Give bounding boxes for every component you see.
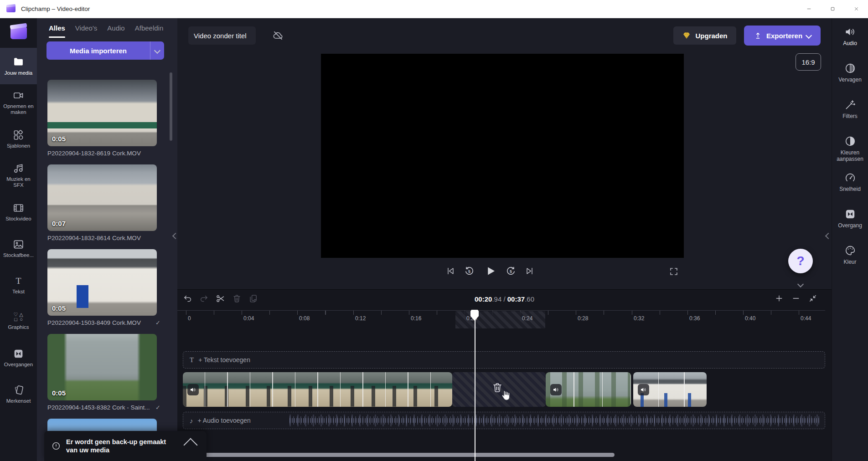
media-list-scrollbar[interactable] — [170, 72, 172, 141]
media-list: 0:05 P20220904-1832-8619 Cork.MOV 0:07 P… — [37, 80, 177, 461]
shapes-icon: ♡△□○ — [13, 312, 24, 322]
duration-badge: 0:05 — [52, 135, 66, 143]
tool-kleuren-aanpassen[interactable]: Kleuren aanpassen — [832, 132, 868, 168]
clip-audio-toggle[interactable] — [187, 384, 199, 395]
clip-audio-toggle[interactable] — [638, 384, 649, 395]
tab-afbeeldingen[interactable]: Afbeeldin — [135, 24, 164, 38]
tab-audio[interactable]: Audio — [107, 24, 124, 38]
clipchamp-clapperboard-icon — [10, 26, 27, 39]
tool-filters[interactable]: Filters — [832, 95, 868, 132]
tool-overgang[interactable]: Overgang — [832, 205, 868, 241]
stock-image-icon — [13, 239, 24, 250]
media-filename: P20220904-1503-8409 Cork.MOV — [47, 319, 153, 326]
help-collapse-button[interactable] — [796, 278, 805, 290]
cloud-off-icon — [272, 30, 284, 41]
add-text-track[interactable]: T + Tekst toevoegen — [183, 351, 825, 369]
sidebar-item-stockafbeeldingen[interactable]: Stockafbee... — [0, 230, 37, 266]
tool-label: Kleuren aanpassen — [832, 149, 868, 162]
sidebar-item-label: Stockafbee... — [2, 252, 35, 258]
ruler-label: 0 — [188, 315, 191, 322]
fullscreen-button[interactable] — [669, 266, 679, 277]
timeline-horizontal-scrollbar[interactable] — [177, 453, 615, 457]
video-preview[interactable] — [321, 54, 684, 258]
play-button[interactable] — [483, 264, 497, 278]
blur-icon — [844, 62, 856, 74]
add-audio-track[interactable]: ♪ + Audio toevoegen — [183, 412, 825, 429]
notification-collapse-button[interactable] — [179, 437, 198, 455]
sidebar-item-merkenset[interactable]: Merkenset — [0, 376, 37, 412]
ruler-label: 0:32 — [634, 315, 644, 322]
sidebar-item-overgangen[interactable]: Overgangen — [0, 339, 37, 376]
skip-to-start-button[interactable] — [445, 266, 455, 276]
transport-controls: 5 5 — [445, 264, 535, 278]
media-tabs: Alles Video's Audio Afbeeldin — [37, 18, 186, 38]
in-timeline-check-icon: ✓ — [155, 404, 160, 411]
media-item[interactable]: 0:05 P20220904-1832-8619 Cork.MOV — [47, 80, 160, 157]
media-thumbnail: 0:05 — [47, 249, 157, 316]
ruler-label: 0:40 — [745, 315, 755, 322]
close-button[interactable] — [844, 0, 868, 18]
timeline-ruler[interactable]: 0 0:04 0:08 0:12 0:16 0:20 0:24 0:28 0:3… — [177, 310, 825, 329]
tab-videos[interactable]: Video's — [75, 24, 97, 38]
sidebar-item-jouw-media[interactable]: Jouw media — [0, 48, 37, 84]
ruler-label: 0:04 — [243, 315, 254, 322]
tool-kleur[interactable]: Kleur — [832, 241, 868, 277]
duration-badge: 0:07 — [52, 220, 66, 227]
export-button[interactable]: Exporteren — [744, 26, 821, 46]
zoom-fit-button[interactable] — [808, 294, 817, 303]
tool-label: Overgang — [837, 222, 863, 229]
speedometer-icon — [844, 172, 856, 184]
timeline-zoom-controls — [775, 294, 817, 303]
project-title-input[interactable] — [188, 26, 256, 45]
sidebar-item-tekst[interactable]: T Tekst — [0, 266, 37, 303]
import-media-button[interactable]: Media importeren — [46, 41, 150, 60]
zoom-out-button[interactable] — [791, 294, 801, 303]
tab-alles[interactable]: Alles — [49, 24, 65, 38]
sidebar-item-opnemen-en-maken[interactable]: Opnemen en maken — [0, 84, 37, 121]
clip-audio-toggle[interactable] — [550, 384, 562, 395]
sidebar-item-label: Muziek en SFX — [0, 176, 37, 188]
forward-5s-button[interactable]: 5 — [505, 266, 517, 277]
tool-audio[interactable]: Audio — [832, 22, 868, 59]
timeline-clip-street[interactable] — [183, 372, 452, 407]
duration-badge: 0:05 — [52, 389, 66, 397]
sidebar-item-sjablonen[interactable]: Sjablonen — [0, 121, 37, 157]
clipchamp-logo-icon — [6, 5, 16, 12]
sidebar-item-muziek-en-sfx[interactable]: Muziek en SFX — [0, 157, 37, 194]
tool-label: Snelheid — [838, 186, 862, 192]
maximize-button[interactable] — [821, 0, 844, 18]
rewind-5s-button[interactable]: 5 — [464, 266, 475, 277]
media-item[interactable]: 0:05 P20220904-1453-8382 Cork - Saint...… — [47, 334, 160, 411]
expand-properties-panel-button[interactable] — [824, 230, 832, 242]
ruler-label: 0:36 — [689, 315, 700, 322]
media-item[interactable]: 0:07 P20220904-1832-8614 Cork.MOV — [47, 164, 160, 241]
upload-icon — [754, 31, 762, 40]
tool-vervagen[interactable]: Vervagen — [832, 59, 868, 95]
chevron-down-icon[interactable] — [806, 32, 812, 39]
sidebar-item-graphics[interactable]: ♡△□○ Graphics — [0, 303, 37, 339]
audio-waveform — [289, 414, 820, 427]
zoom-in-button[interactable] — [775, 294, 784, 303]
chevron-left-icon — [172, 233, 179, 239]
sidebar-item-label: Overgangen — [3, 362, 34, 368]
timeline-clip-cathedral[interactable] — [546, 372, 631, 407]
upgrade-button[interactable]: Upgraden — [673, 26, 736, 45]
collapse-media-panel-button[interactable] — [171, 230, 180, 242]
minimize-button[interactable] — [797, 0, 821, 18]
timeline-clip-houses[interactable] — [633, 372, 707, 407]
clipchamp-app: Clipchamp – Video-editor Jouw media Opne… — [0, 0, 868, 461]
ruler-label: 0:24 — [522, 315, 532, 322]
import-media-dropdown-button[interactable] — [150, 41, 164, 60]
skip-to-end-button[interactable] — [525, 266, 535, 276]
sidebar-item-stockvideo[interactable]: Stockvideo — [0, 194, 37, 230]
ruler-label: 0:28 — [578, 315, 588, 322]
chevron-down-icon — [154, 47, 160, 54]
ruler-label: 0:16 — [411, 315, 421, 322]
tool-label: Filters — [842, 113, 858, 119]
sidebar-item-label: Graphics — [6, 324, 30, 330]
help-button[interactable]: ? — [788, 249, 813, 273]
sidebar-item-label: Stockvideo — [4, 216, 32, 222]
tool-snelheid[interactable]: Snelheid — [832, 168, 868, 205]
media-item[interactable]: 0:05 P20220904-1503-8409 Cork.MOV ✓ — [47, 249, 160, 326]
aspect-ratio-button[interactable]: 16:9 — [796, 53, 821, 71]
